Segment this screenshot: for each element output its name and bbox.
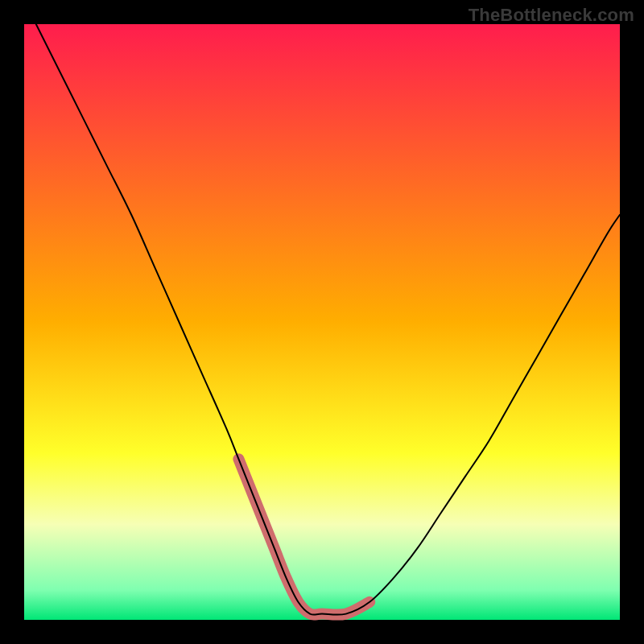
chart-background [24, 24, 620, 620]
chart-canvas [0, 0, 644, 644]
chart-frame: TheBottleneck.com [0, 0, 644, 644]
